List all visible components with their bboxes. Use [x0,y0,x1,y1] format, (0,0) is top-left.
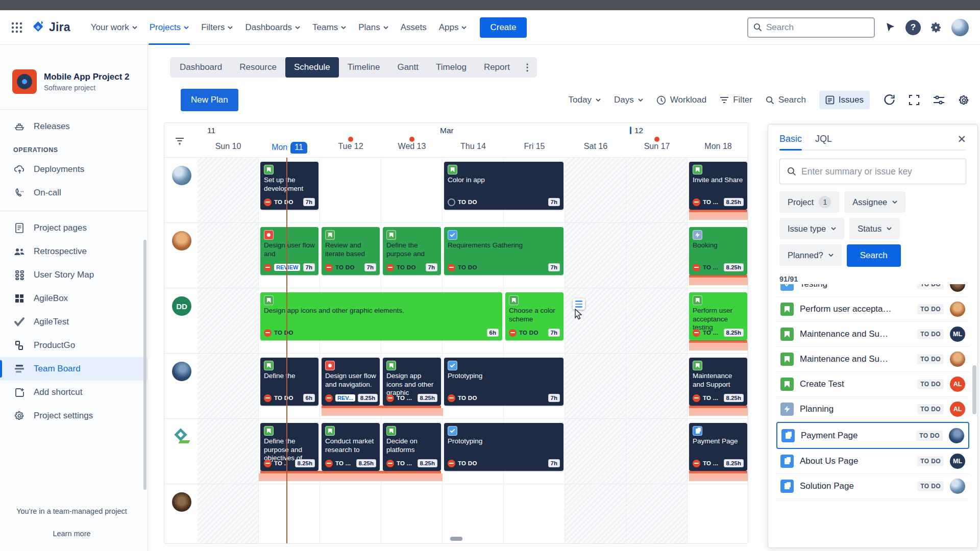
help-icon[interactable]: ? [905,20,921,35]
panel-scrollbar-thumb[interactable] [972,365,976,414]
filter-chip-issue-type[interactable]: Issue type [779,218,844,239]
task-card[interactable]: Set up the development TO DO7h [260,162,318,210]
project-header[interactable]: Mobile App Project 2 Software project [0,69,148,107]
tab-timeline[interactable]: Timeline [339,57,389,78]
sidebar-item-retrospective[interactable]: Retrospective [0,240,148,263]
sidebar-item-productgo[interactable]: ProductGo [0,334,148,357]
task-card[interactable]: Prototyping TO DO7h [444,423,564,471]
sidebar-item-oncall[interactable]: On-call [0,181,148,205]
learn-more-link[interactable]: Learn more [0,530,143,538]
task-card[interactable]: Define the purpose and TO DO7h [383,227,441,275]
assignee-avatar[interactable] [172,492,191,512]
task-card[interactable]: Review and iterate based TO DO7h [322,227,380,275]
tab-dashboard[interactable]: Dashboard [171,57,231,78]
panel-search-button[interactable]: Search [847,244,901,267]
sidebar-scrollbar[interactable] [143,240,146,490]
issue-search-box[interactable] [779,159,966,184]
nav-menu-projects[interactable]: Projects [143,10,195,45]
global-search-box[interactable] [747,17,875,38]
tab-basic[interactable]: Basic [779,134,802,144]
issue-list-item-selected[interactable]: Payment Page TO DO [776,422,969,449]
assignee-avatar[interactable] [172,362,191,381]
global-search-input[interactable] [766,22,858,33]
assignee-avatar[interactable] [172,166,191,185]
issue-search-input[interactable] [801,166,959,177]
issues-panel-toggle[interactable]: Issues [819,91,870,109]
issue-list-item[interactable]: Maintenance and Su… TO DO [776,347,969,372]
nav-menu-filters[interactable]: Filters [195,10,239,45]
filter-chip-planned[interactable]: Planned? [779,244,842,266]
task-card[interactable]: Color in app TO DO7h [444,162,564,210]
filter-chip-assignee[interactable]: Assignee [844,191,905,213]
settings-gear-icon[interactable] [958,94,970,106]
task-card[interactable]: Design user flow and navigation. REV...8… [322,358,380,406]
task-card[interactable]: Choose a color scheme TO DO7h [505,292,564,340]
task-card[interactable]: Design app icons and other graphic eleme… [260,292,502,340]
tab-resource[interactable]: Resource [231,57,285,78]
issue-list-item[interactable]: Maintenance and Su… TO DO ML [776,322,969,347]
sidebar-item-add-shortcut[interactable]: Add shortcut [0,381,148,404]
sidebar-item-project-pages[interactable]: Project pages [0,216,148,240]
tab-overflow-menu[interactable]: ⋮ [519,57,536,78]
new-plan-button[interactable]: New Plan [181,89,238,111]
task-card[interactable]: Requirements Gathering TO DO7h [444,227,564,275]
tab-gantt[interactable]: Gantt [388,57,427,78]
view-settings-sliders-icon[interactable] [933,95,945,105]
task-card[interactable]: Perform user acceptance testing TO ...8.… [689,292,747,340]
nav-menu-apps[interactable]: Apps [433,10,473,45]
sidebar-item-agilebox[interactable]: AgileBox [0,287,148,310]
nav-menu-plans[interactable]: Plans [352,10,395,45]
filter-button[interactable]: Filter [720,95,752,105]
nav-menu-your-work[interactable]: Your work [85,10,143,45]
nav-menu-dashboards[interactable]: Dashboards [239,10,306,45]
assignee-avatar[interactable]: DD [172,296,191,316]
zoom-unit-dropdown[interactable]: Days [614,95,643,105]
task-card[interactable]: Define the purpose and objectives of TO … [260,423,318,471]
task-card[interactable]: Decide on platforms TO ...8.25h [383,423,441,471]
issue-list-item[interactable]: Perform user accepta… TO DO [776,297,969,322]
task-card[interactable]: Invite and Share TO ...8.25h [689,162,747,210]
today-dropdown[interactable]: Today [569,95,601,105]
tab-timelog[interactable]: Timelog [427,57,475,78]
task-card[interactable]: Booking TO ...8.25h [689,227,747,275]
nav-menu-teams[interactable]: Teams [306,10,352,45]
fullscreen-icon[interactable] [909,94,920,106]
tab-report[interactable]: Report [475,57,519,78]
task-card[interactable]: Prototyping TO DO7h [444,358,564,406]
tab-schedule[interactable]: Schedule [285,57,339,78]
assignee-logo-avatar[interactable] [172,427,191,446]
task-card[interactable]: Design app icons and other graphic TO ..… [383,358,441,406]
issue-list-item[interactable]: Planning TO DO AL [776,397,969,422]
issue-list-item[interactable]: Solution Page TO DO [776,474,969,499]
user-avatar[interactable] [951,19,969,36]
issue-list-item[interactable]: Testing TO DO [776,284,969,297]
task-card[interactable]: Maintenance and Support TO ...8.25h [689,358,747,406]
sidebar-item-user-story-map[interactable]: User Story Map [0,263,148,287]
filter-chip-project[interactable]: Project1 [779,191,839,213]
task-card[interactable]: Design user flow and REVIEW7h [260,227,318,275]
sync-icon[interactable] [883,94,895,106]
task-card[interactable]: Payment Page TO ...8.25h [689,423,747,471]
jira-logo[interactable]: Jira [32,20,70,34]
assignee-avatar[interactable] [172,231,191,251]
search-button[interactable]: Search [766,95,806,105]
create-button[interactable]: Create [480,17,526,38]
task-card[interactable]: Conduct market research to TO ...8.25h [322,423,380,471]
sidebar-item-project-settings[interactable]: Project settings [0,404,148,428]
filter-chip-status[interactable]: Status [849,218,900,239]
sidebar-item-team-board[interactable]: Team Board [0,357,148,381]
sidebar-item-deployments[interactable]: Deployments [0,158,148,181]
sidebar-item-releases[interactable]: Releases [0,115,148,138]
sidebar-item-agiletest[interactable]: AgileTest [0,310,148,334]
workload-toggle[interactable]: Workload [656,95,707,105]
app-switcher-icon[interactable] [11,22,22,33]
tab-jql[interactable]: JQL [815,134,832,144]
horizontal-scrollbar-thumb[interactable] [450,537,462,541]
task-card[interactable]: Define the TO DO6h [260,358,318,406]
close-icon[interactable]: ✕ [957,134,966,144]
issue-list-item[interactable]: Create Test TO DO AL [776,372,969,397]
settings-gear-icon[interactable] [930,21,942,34]
issue-list-item[interactable]: About Us Page TO DO ML [776,449,969,474]
notifications-icon[interactable] [884,21,896,34]
nav-menu-assets[interactable]: Assets [395,10,433,45]
